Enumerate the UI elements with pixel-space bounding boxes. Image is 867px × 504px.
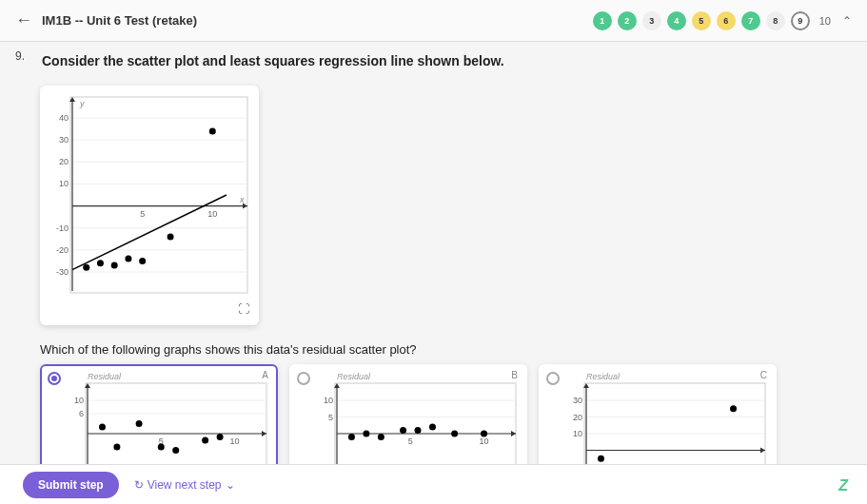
header-bar: ← IM1B -- Unit 6 Test (retake) 123456789… [0,0,867,42]
svg-text:10: 10 [74,396,84,405]
nav-dot-4[interactable]: 4 [667,11,686,30]
svg-text:y: y [79,99,85,108]
svg-text:10: 10 [230,436,240,446]
svg-text:10: 10 [324,396,333,405]
svg-point-46 [172,447,179,454]
nav-dot-8[interactable]: 8 [766,11,785,30]
content-area: Consider the scatter plot and least squa… [0,42,867,464]
option-card-c[interactable]: CResidual102030 [539,364,777,464]
svg-point-64 [415,427,422,434]
option-chart-c: 102030 [567,381,767,464]
svg-text:20: 20 [59,157,69,166]
svg-rect-0 [70,97,247,293]
option-chart-b: 510510 [318,381,518,464]
main-scatter-plot: -30-20-1010203040510yx [49,95,249,295]
svg-point-43 [113,444,120,451]
radio-b[interactable] [297,372,310,385]
svg-point-66 [451,431,458,437]
svg-marker-55 [511,431,516,436]
svg-text:10: 10 [59,179,69,188]
option-letter: B [511,370,518,380]
svg-text:-20: -20 [56,245,69,255]
svg-text:30: 30 [573,396,582,405]
svg-text:30: 30 [59,135,69,145]
radio-c[interactable] [546,372,560,385]
svg-point-22 [83,264,89,271]
svg-rect-49 [335,383,516,464]
svg-rect-68 [584,383,765,464]
option-card-a[interactable]: AResidual610510 [40,364,278,464]
svg-text:5: 5 [328,413,333,422]
svg-text:10: 10 [207,209,217,219]
nav-dot-7[interactable]: 7 [741,11,760,30]
svg-text:40: 40 [59,113,69,123]
svg-text:5: 5 [408,436,413,446]
chevron-down-icon: ⌄ [226,478,235,492]
svg-text:-30: -30 [56,267,69,277]
svg-point-26 [139,258,146,264]
svg-point-42 [99,424,106,431]
svg-text:6: 6 [79,409,84,418]
svg-point-63 [400,427,406,434]
submit-button[interactable]: Submit step [23,472,119,498]
svg-point-45 [158,444,165,451]
svg-point-48 [217,434,224,440]
svg-text:10: 10 [480,436,489,446]
option-axis-label: Residual [337,372,518,381]
option-card-b[interactable]: BResidual510510 [289,364,527,464]
nav-dot-3[interactable]: 3 [642,11,661,30]
option-letter: A [262,370,268,380]
svg-text:x: x [239,195,245,204]
nav-dot-2[interactable]: 2 [618,11,637,30]
svg-point-61 [363,431,369,437]
svg-point-28 [209,127,216,134]
nav-dot-6[interactable]: 6 [717,11,736,30]
question-prompt: Consider the scatter plot and least squa… [42,53,837,68]
svg-point-67 [481,431,487,437]
svg-point-24 [111,262,118,269]
nav-dot-5[interactable]: 5 [692,11,711,30]
option-axis-label: Residual [88,372,268,381]
nav-dot-1[interactable]: 1 [593,11,612,30]
question-nav: 12345678910⌃ [593,11,852,30]
radio-a[interactable] [48,372,61,385]
svg-point-80 [730,405,737,412]
view-next-link[interactable]: ↻ View next step ⌄ [134,478,235,492]
brand-icon: Z [838,477,848,494]
page-title: IM1B -- Unit 6 Test (retake) [42,13,197,28]
question-number: 9. [15,49,25,63]
option-letter: C [760,370,767,380]
svg-point-65 [429,424,436,431]
svg-text:5: 5 [140,209,145,219]
sub-prompt: Which of the following graphs shows this… [40,342,837,357]
svg-point-79 [598,456,604,462]
svg-marker-76 [760,448,765,454]
svg-point-27 [167,233,174,240]
view-next-label: View next step [148,478,222,492]
option-axis-label: Residual [586,372,767,381]
svg-text:-10: -10 [56,223,69,233]
svg-point-44 [136,420,143,427]
back-arrow-icon[interactable]: ← [15,10,32,30]
svg-text:20: 20 [573,413,582,422]
svg-point-62 [378,434,384,440]
chevron-up-icon[interactable]: ⌃ [842,14,852,28]
refresh-icon: ↻ [134,478,144,492]
svg-point-25 [125,256,131,262]
options-row: AResidual610510BResidual510510CResidual1… [40,364,837,464]
svg-point-23 [97,260,104,266]
expand-icon[interactable]: ⛶ [49,302,249,316]
svg-text:10: 10 [573,429,582,438]
svg-point-47 [202,437,208,444]
nav-total: 10 [819,15,831,27]
footer-bar: Submit step ↻ View next step ⌄ Z [0,464,867,504]
main-scatter-card: -30-20-1010203040510yx ⛶ [40,86,259,325]
svg-point-60 [348,434,355,440]
nav-dot-9[interactable]: 9 [791,11,810,30]
option-chart-a: 610510 [69,381,268,464]
svg-marker-37 [262,431,266,436]
